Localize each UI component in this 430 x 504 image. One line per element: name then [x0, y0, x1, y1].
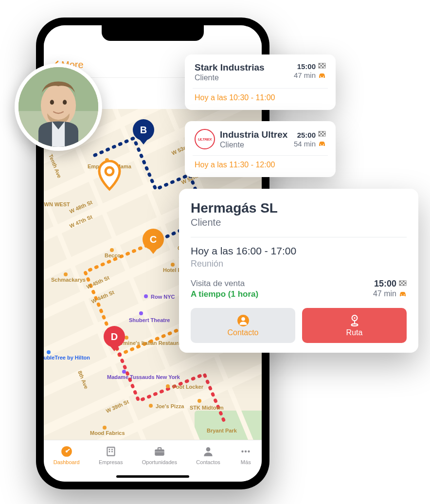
svg-point-89	[323, 144, 324, 145]
schedule-time: Hoy a las 11:30 - 12:00	[195, 161, 326, 169]
flag-icon	[318, 63, 326, 71]
svg-text:Foot Locker: Foot Locker	[173, 384, 204, 390]
svg-text:Madame Tussauds New York: Madame Tussauds New York	[107, 374, 180, 380]
svg-point-35	[125, 336, 128, 340]
svg-rect-94	[405, 282, 407, 284]
more-icon	[239, 445, 252, 458]
svg-rect-85	[324, 133, 326, 134]
tab-label: Oportunidades	[142, 459, 177, 465]
svg-rect-78	[322, 66, 324, 68]
map-pin-b[interactable]: B	[133, 119, 154, 141]
detail-when: Hoy a las 16:00 - 17:00	[191, 245, 407, 257]
svg-point-52	[106, 167, 113, 175]
company-type: Cliente	[220, 141, 294, 149]
svg-point-31	[144, 294, 148, 298]
svg-rect-58	[108, 451, 110, 452]
building-icon	[105, 445, 117, 458]
travel-duration: 54 min	[294, 140, 316, 148]
detail-arrival-time: 15:00	[374, 279, 396, 289]
svg-text:Mood Fabrics: Mood Fabrics	[90, 430, 125, 436]
tab-label: Empresas	[99, 459, 123, 465]
route-button[interactable]: Ruta	[302, 308, 407, 343]
svg-rect-92	[403, 281, 405, 282]
svg-rect-82	[319, 131, 321, 133]
map-pin-c[interactable]: C	[143, 229, 164, 250]
svg-point-27	[171, 263, 175, 267]
svg-point-65	[245, 450, 247, 452]
tab-oportunidades[interactable]: Oportunidades	[142, 445, 177, 465]
pin-label: D	[111, 331, 118, 342]
person-circle-icon	[237, 314, 250, 327]
flag-icon	[399, 280, 407, 288]
svg-rect-83	[322, 131, 324, 133]
svg-point-54	[65, 450, 67, 452]
person-icon	[202, 445, 215, 458]
svg-point-70	[50, 100, 54, 105]
tab-mas[interactable]: Más	[239, 445, 252, 465]
visit-card-ultrex[interactable]: ULTREX Industria Ultrex Cliente 25:00 54…	[185, 121, 336, 177]
svg-point-45	[149, 404, 153, 408]
svg-point-47	[197, 399, 201, 403]
svg-text:Carmine's Italian Restaurant: Carmine's Italian Restaurant	[114, 340, 186, 346]
svg-rect-75	[321, 65, 322, 66]
svg-point-64	[242, 450, 244, 452]
svg-text:Schmackarys: Schmackarys	[51, 277, 86, 283]
tab-dashboard[interactable]: Dashboard	[54, 445, 80, 465]
svg-rect-59	[111, 451, 113, 452]
svg-rect-84	[321, 133, 322, 134]
car-icon	[399, 290, 407, 298]
button-label: Contacto	[227, 328, 258, 337]
company-type: Cliente	[195, 73, 265, 82]
svg-point-63	[206, 447, 211, 451]
car-icon	[318, 140, 326, 147]
travel-duration: 47 min	[294, 71, 316, 79]
detail-type: Cliente	[191, 217, 407, 228]
svg-point-104	[351, 324, 358, 325]
svg-point-33	[139, 311, 143, 315]
svg-rect-73	[319, 63, 321, 65]
pin-label: C	[150, 234, 157, 245]
svg-rect-61	[158, 448, 161, 450]
svg-point-39	[122, 370, 126, 374]
detail-meeting: Reunión	[191, 259, 407, 269]
svg-text:Becco: Becco	[105, 252, 121, 258]
map-pin-d[interactable]: D	[104, 326, 125, 347]
detail-duration: 47 min	[373, 289, 396, 298]
pin-label: B	[140, 125, 147, 136]
svg-point-98	[404, 294, 405, 295]
svg-point-97	[401, 294, 402, 295]
button-label: Ruta	[346, 328, 363, 337]
svg-text:Shubert Theatre: Shubert Theatre	[129, 317, 170, 323]
contact-button[interactable]: Contacto	[191, 308, 295, 343]
tab-contactos[interactable]: Contactos	[196, 445, 220, 465]
tab-label: Dashboard	[54, 459, 80, 465]
svg-rect-93	[401, 282, 403, 284]
svg-rect-86	[319, 135, 321, 136]
detail-ontime: A tiempo (1 hora)	[191, 289, 258, 299]
svg-point-88	[320, 144, 321, 145]
company-name: Stark Industrias	[195, 62, 265, 73]
svg-point-37	[47, 350, 51, 354]
svg-rect-74	[322, 63, 324, 65]
briefcase-icon	[153, 445, 166, 458]
detail-company: Hermagás SL	[191, 200, 407, 216]
visit-card-stark[interactable]: Stark Industrias Cliente 15:00 47 min Ho…	[185, 54, 336, 110]
svg-rect-96	[403, 284, 405, 285]
svg-rect-76	[324, 65, 326, 66]
svg-point-66	[248, 450, 250, 452]
svg-point-25	[64, 272, 68, 276]
svg-point-22	[110, 248, 114, 252]
car-icon	[318, 72, 326, 79]
flag-icon	[318, 131, 326, 139]
user-avatar[interactable]	[15, 63, 102, 151]
tab-empresas[interactable]: Empresas	[99, 445, 123, 465]
svg-rect-56	[108, 449, 110, 450]
svg-point-102	[354, 317, 355, 318]
svg-rect-62	[155, 451, 164, 452]
svg-text:OWN WEST: OWN WEST	[44, 201, 70, 207]
svg-point-80	[323, 76, 324, 77]
tab-label: Más	[241, 459, 251, 465]
svg-text:Tenth Ave: Tenth Ave	[48, 153, 62, 179]
svg-rect-91	[399, 281, 401, 282]
svg-text:Joe's Pizza: Joe's Pizza	[156, 403, 184, 409]
